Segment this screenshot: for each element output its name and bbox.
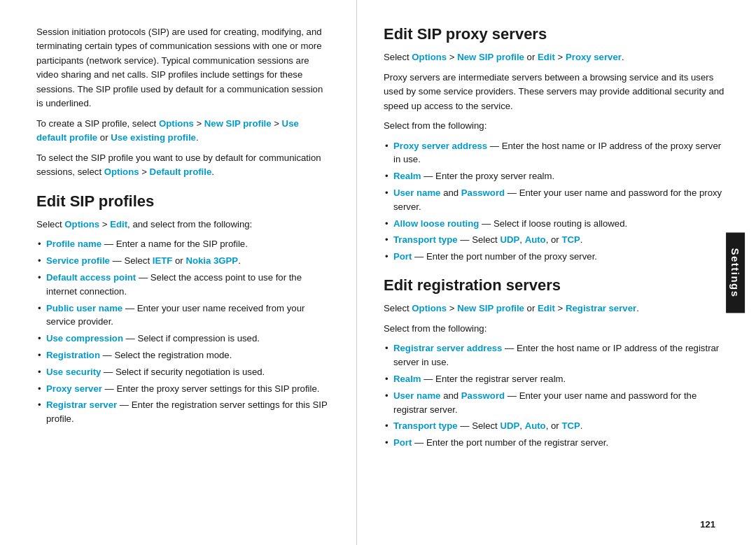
reg-addr-label: Registrar server address <box>393 343 502 353</box>
proxy-transport-label: Transport type <box>393 234 458 245</box>
page-container: Session initiation protocols (SIP) are u… <box>0 0 756 545</box>
reg-title: Edit registration servers <box>384 276 729 295</box>
create-options-link[interactable]: Options <box>159 118 194 129</box>
bullet-text: — Select <box>460 234 500 245</box>
list-item: Registration — Select the registration m… <box>36 348 330 362</box>
intro-paragraph: Session initiation protocols (SIP) are u… <box>36 25 330 111</box>
list-item: Transport type — Select UDP, Auto, or TC… <box>384 419 729 433</box>
reg-auto-link[interactable]: Auto <box>525 420 546 431</box>
reg-period: . <box>636 303 639 313</box>
list-item: Proxy server address — Enter the host na… <box>384 139 729 167</box>
list-item: Proxy server — Enter the proxy server se… <box>36 382 330 396</box>
reg-port-label: Port <box>393 437 412 448</box>
reg-realm-label: Realm <box>393 374 421 384</box>
right-column: Edit SIP proxy servers Select Options > … <box>357 0 756 545</box>
proxy-desc: Proxy servers are intermediate servers b… <box>384 71 729 113</box>
nokia3gpp-link[interactable]: Nokia 3GPP <box>186 255 238 266</box>
bullet-and: and <box>443 390 461 401</box>
proxy-period: . <box>622 52 624 62</box>
reg-tcp-link[interactable]: TCP <box>561 420 580 431</box>
reg-new-sip-link[interactable]: New SIP profile <box>457 303 524 313</box>
bullet-and: and <box>443 187 461 198</box>
proxy-title: Edit SIP proxy servers <box>384 25 729 43</box>
bullet-label-access-point: Default access point <box>46 272 136 283</box>
proxy-realm-label: Realm <box>393 171 421 181</box>
proxy-gt2: > <box>555 52 566 62</box>
create-period: . <box>196 132 199 143</box>
left-column: Session initiation protocols (SIP) are u… <box>0 0 357 545</box>
bullet-period: . <box>580 234 583 245</box>
bullet-label-public-user-name: Public user name <box>46 303 122 313</box>
edit-sip-intro-prefix: Select <box>36 219 64 229</box>
select-default-link[interactable]: Default profile <box>150 167 212 177</box>
edit-sip-bullets: Profile name — Enter a name for the SIP … <box>36 237 330 426</box>
bullet-text: — Select <box>113 255 153 266</box>
bullet-text: — Enter the port number of the proxy ser… <box>414 251 597 262</box>
reg-options-link[interactable]: Options <box>412 303 447 313</box>
bullet-comma: , <box>519 234 524 245</box>
auto-link[interactable]: Auto <box>525 234 546 245</box>
list-item: Service profile — Select IETF or Nokia 3… <box>36 254 330 268</box>
reg-select-label: Select from the following: <box>384 322 729 336</box>
edit-sip-title: Edit SIP profiles <box>36 192 330 211</box>
edit-sip-edit-link[interactable]: Edit <box>110 219 127 229</box>
bullet-text: — Select if security negotiation is used… <box>104 367 265 377</box>
list-item: Public user name — Enter your user name … <box>36 302 330 330</box>
bullet-period: . <box>238 255 241 266</box>
list-item: User name and Password — Enter your user… <box>384 186 729 214</box>
bullet-label-registrar-server: Registrar server <box>46 399 117 410</box>
list-item: Use compression — Select if compression … <box>36 332 330 346</box>
create-paragraph: To create a SIP profile, select Options … <box>36 117 330 146</box>
select-paragraph: To select the SIP profile you want to us… <box>36 151 330 180</box>
list-item: Transport type — Select UDP, Auto, or TC… <box>384 233 729 247</box>
bullet-text: — Enter the registrar server realm. <box>424 374 566 384</box>
select-gt: > <box>139 167 150 177</box>
bullet-text: — Select if loose routing is allowed. <box>482 218 627 229</box>
proxy-edit-link[interactable]: Edit <box>538 52 555 62</box>
bullet-text: — Enter a name for the SIP profile. <box>104 239 248 249</box>
reg-password-label: Password <box>461 390 505 401</box>
proxy-select-label: Select from the following: <box>384 119 729 133</box>
create-prefix: To create a SIP profile, select <box>36 118 159 129</box>
create-gt1: > <box>194 118 204 129</box>
settings-tab: Settings <box>726 232 745 313</box>
bullet-text: — Enter the proxy server realm. <box>424 171 554 181</box>
create-gt2: > <box>272 118 282 129</box>
create-new-sip-link[interactable]: New SIP profile <box>204 118 272 129</box>
reg-edit-link[interactable]: Edit <box>538 303 555 313</box>
list-item: Default access point — Select the access… <box>36 271 330 299</box>
reg-server-link[interactable]: Registrar server <box>566 303 636 313</box>
list-item: Allow loose routing — Select if loose ro… <box>384 217 729 231</box>
proxy-username-label: User name <box>393 187 440 198</box>
reg-gt1: > <box>447 303 457 313</box>
bullet-label-proxy-server: Proxy server <box>46 383 102 394</box>
proxy-addr-label: Proxy server address <box>393 141 487 151</box>
proxy-gt1: > <box>447 52 457 62</box>
proxy-loose-routing-label: Allow loose routing <box>393 218 479 229</box>
select-options-link[interactable]: Options <box>104 167 139 177</box>
list-item: Registrar server — Enter the registratio… <box>36 398 330 426</box>
proxy-server-link[interactable]: Proxy server <box>566 52 622 62</box>
bullet-or: , or <box>546 234 562 245</box>
reg-intro: Select Options > New SIP profile or Edit… <box>384 302 729 316</box>
reg-udp-link[interactable]: UDP <box>500 420 519 431</box>
list-item: Profile name — Enter a name for the SIP … <box>36 237 330 251</box>
proxy-intro: Select Options > New SIP profile or Edit… <box>384 50 729 64</box>
bullet-text: — Enter the port number of the registrar… <box>414 437 608 448</box>
bullet-or: , or <box>546 420 562 431</box>
proxy-port-label: Port <box>393 251 412 262</box>
tcp-link[interactable]: TCP <box>561 234 580 245</box>
bullet-comma: , <box>519 420 524 431</box>
reg-username-label: User name <box>393 390 440 401</box>
bullet-label-service-profile: Service profile <box>46 255 110 266</box>
edit-sip-options-link[interactable]: Options <box>64 219 99 229</box>
proxy-new-sip-link[interactable]: New SIP profile <box>457 52 524 62</box>
list-item: Use security — Select if security negoti… <box>36 365 330 379</box>
list-item: Registrar server address — Enter the hos… <box>384 341 729 369</box>
udp-link[interactable]: UDP <box>500 234 519 245</box>
ietf-link[interactable]: IETF <box>153 255 173 266</box>
proxy-bullets: Proxy server address — Enter the host na… <box>384 139 729 264</box>
proxy-options-link[interactable]: Options <box>412 52 447 62</box>
list-item: Realm — Enter the proxy server realm. <box>384 169 729 183</box>
create-existing-link[interactable]: Use existing profile <box>111 132 196 143</box>
